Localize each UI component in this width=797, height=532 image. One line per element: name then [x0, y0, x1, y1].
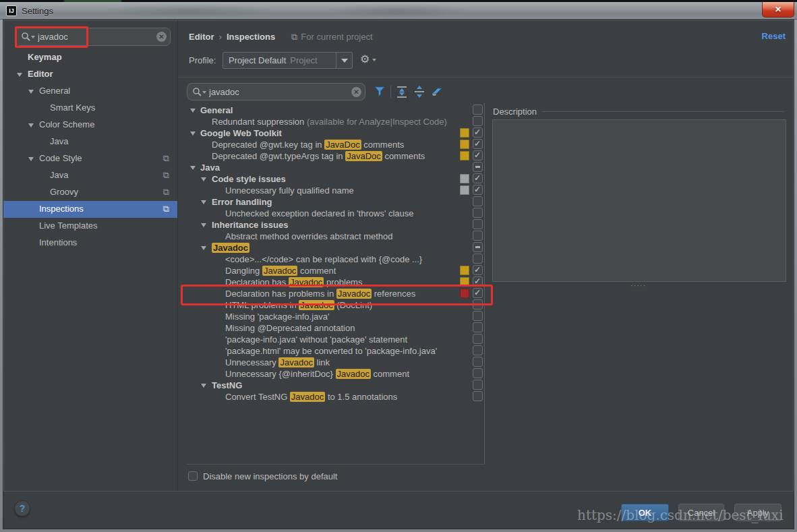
search-history-arrow-icon[interactable] — [202, 91, 206, 94]
inspection-row[interactable]: Javadoc — [187, 242, 484, 254]
sidebar-item-smart-keys[interactable]: Smart Keys — [3, 100, 177, 117]
inspection-checkbox[interactable] — [473, 368, 483, 378]
inspection-checkbox[interactable] — [473, 265, 483, 275]
collapse-arrow-icon[interactable] — [201, 177, 206, 181]
inspection-row[interactable]: Code style issues — [187, 173, 484, 185]
inspection-checkbox[interactable] — [473, 150, 483, 160]
close-button[interactable]: ✕ — [762, 2, 794, 18]
filter-icon[interactable] — [372, 84, 387, 99]
sidebar-item-code-style[interactable]: Code Style⧉ — [3, 150, 177, 167]
expand-all-icon[interactable] — [394, 84, 409, 99]
collapse-all-icon[interactable] — [412, 84, 427, 99]
sidebar-item-intentions[interactable]: Intentions — [3, 235, 177, 252]
reset-link[interactable]: Reset — [762, 31, 786, 41]
combobox-arrow-icon[interactable] — [336, 53, 352, 68]
disable-new-inspections-row[interactable]: Disable new inspections by default — [188, 470, 337, 482]
ok-button[interactable]: OK — [621, 504, 669, 521]
inspection-row[interactable]: Java — [187, 162, 484, 173]
severity-box-weak[interactable] — [460, 174, 469, 183]
clear-search-icon[interactable]: ✕ — [156, 32, 167, 42]
inspection-checkbox[interactable] — [473, 219, 483, 229]
gear-icon[interactable]: ⚙ — [360, 53, 370, 65]
collapse-arrow-icon[interactable] — [190, 166, 196, 170]
inspection-row[interactable]: Deprecated @gwt.typeArgs tag in JavaDoc … — [187, 150, 484, 162]
severity-box-warning[interactable] — [460, 266, 469, 275]
apply-button[interactable]: Apply — [734, 504, 781, 521]
collapse-arrow-icon[interactable] — [28, 90, 34, 94]
severity-box-warning[interactable] — [460, 128, 469, 138]
collapse-arrow-icon[interactable] — [190, 131, 196, 136]
inspection-row[interactable]: Missing @Deprecated annotation — [187, 322, 484, 334]
inspection-checkbox[interactable] — [473, 116, 483, 126]
gear-dropdown-arrow-icon[interactable] — [372, 59, 376, 61]
inspection-checkbox[interactable] — [473, 208, 483, 218]
collapse-arrow-icon[interactable] — [190, 109, 196, 113]
collapse-arrow-icon[interactable] — [28, 123, 34, 127]
inspection-checkbox[interactable] — [473, 391, 483, 401]
inspection-row[interactable]: HTML problems in Javadoc (DocLint) — [187, 299, 484, 311]
inspection-row[interactable]: Unnecessary fully qualified name — [187, 185, 484, 196]
cancel-button[interactable]: Cancel — [678, 504, 724, 521]
sidebar-item-live-templates[interactable]: Live Templates — [3, 218, 177, 235]
inspection-row[interactable]: Dangling Javadoc comment — [187, 265, 484, 276]
inspection-row[interactable]: Error handling — [187, 196, 484, 208]
inspection-checkbox[interactable] — [473, 380, 483, 390]
severity-box-error[interactable] — [460, 289, 469, 298]
inspection-row[interactable]: General — [187, 105, 484, 116]
search-history-arrow-icon[interactable] — [31, 36, 35, 38]
breadcrumb-editor[interactable]: Editor — [189, 32, 214, 42]
collapse-arrow-icon[interactable] — [17, 73, 22, 77]
inspection-row[interactable]: 'package.html' may be converted to 'pack… — [187, 345, 484, 357]
sidebar-item-general[interactable]: General — [3, 83, 177, 100]
inspection-checkbox[interactable] — [473, 299, 483, 309]
sidebar-item-inspections[interactable]: Inspections⧉ — [3, 201, 177, 218]
inspection-checkbox[interactable] — [473, 311, 483, 321]
collapse-arrow-icon[interactable] — [201, 200, 206, 204]
inspection-checkbox[interactable] — [473, 162, 483, 172]
inspection-checkbox[interactable] — [473, 276, 483, 287]
inspections-search-input[interactable] — [209, 84, 347, 100]
inspection-row[interactable]: Convert TestNG Javadoc to 1.5 annotation… — [187, 391, 484, 403]
inspection-row[interactable]: Unnecessary {@inheritDoc} Javadoc commen… — [187, 368, 484, 380]
inspection-checkbox[interactable] — [473, 105, 483, 115]
inspection-row[interactable]: TestNG — [187, 380, 484, 391]
inspection-row[interactable]: Redundant suppression (available for Ana… — [187, 116, 484, 127]
inspection-checkbox[interactable] — [473, 254, 483, 264]
severity-box-weak[interactable] — [460, 185, 469, 195]
inspection-row[interactable]: Inheritance issues — [187, 219, 484, 231]
inspection-checkbox[interactable] — [473, 139, 483, 149]
inspection-checkbox[interactable] — [473, 288, 483, 298]
help-button[interactable]: ? — [14, 500, 30, 516]
settings-search-input[interactable] — [38, 29, 152, 45]
inspection-row[interactable]: Google Web Toolkit — [187, 127, 484, 139]
sidebar-item-editor[interactable]: Editor — [3, 66, 177, 83]
reset-filter-icon[interactable] — [430, 84, 444, 99]
inspection-checkbox[interactable] — [473, 242, 483, 252]
clear-search-icon[interactable]: ✕ — [351, 87, 361, 97]
inspection-checkbox[interactable] — [473, 173, 483, 183]
severity-box-warning[interactable] — [460, 277, 469, 287]
inspection-checkbox[interactable] — [473, 357, 483, 367]
inspection-checkbox[interactable] — [473, 231, 483, 241]
inspection-checkbox[interactable] — [473, 345, 483, 355]
collapse-arrow-icon[interactable] — [28, 157, 34, 161]
sidebar-item-java[interactable]: Java⧉ — [3, 167, 177, 184]
severity-box-warning[interactable] — [460, 140, 469, 149]
collapse-arrow-icon[interactable] — [201, 246, 206, 250]
inspection-checkbox[interactable] — [473, 127, 483, 138]
collapse-arrow-icon[interactable] — [201, 223, 206, 227]
sidebar-item-color-scheme[interactable]: Color Scheme — [3, 117, 177, 134]
collapse-arrow-icon[interactable] — [201, 384, 206, 388]
sidebar-item-keymap[interactable]: Keymap — [3, 49, 177, 66]
inspection-row[interactable]: Abstract method overrides abstract metho… — [187, 231, 484, 242]
inspection-row[interactable]: Deprecated @gwt.key tag in JavaDoc comme… — [187, 139, 484, 150]
sidebar-item-java[interactable]: Java — [3, 134, 177, 150]
profile-combobox[interactable]: Project DefaultProject — [223, 52, 353, 69]
inspection-row[interactable]: Unchecked exception declared in 'throws'… — [187, 208, 484, 219]
inspection-row[interactable]: <code>...</code> can be replaced with {@… — [187, 254, 484, 265]
severity-box-warning[interactable] — [460, 151, 469, 160]
sidebar-item-groovy[interactable]: Groovy⧉ — [3, 184, 177, 201]
inspection-row[interactable]: Unnecessary Javadoc link — [187, 357, 484, 368]
inspection-checkbox[interactable] — [473, 322, 483, 332]
inspection-checkbox[interactable] — [473, 196, 483, 206]
